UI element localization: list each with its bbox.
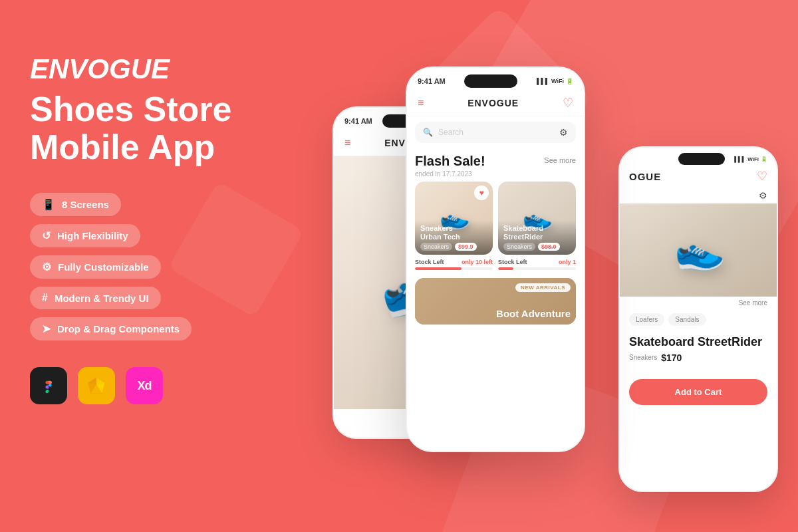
feature-modern: # Modern & Trendy UI — [30, 287, 161, 309]
front-price: $170 — [661, 352, 682, 363]
phone-front: ▌▌▌ WiFi 🔋 OGUE ♡ ⚙ 👟 See more Loafers S… — [618, 146, 778, 492]
stock-1-label: Stock Left — [415, 259, 444, 265]
flash-sale-see-more[interactable]: See more — [544, 156, 576, 164]
headline: Shoes Store Mobile App — [30, 90, 283, 166]
stock-2-row: Stock Left only 1 — [498, 259, 576, 265]
stock-bar-fill-2 — [498, 267, 513, 270]
modern-icon: # — [42, 292, 48, 304]
drag-icon: ➤ — [42, 323, 51, 335]
front-product-meta: Sneakers $170 — [629, 352, 767, 363]
flash-sale-title-block: Flash Sale! — [415, 154, 485, 169]
front-category-label: Sneakers — [629, 354, 657, 361]
feature-customizable: ⚙ Fully Customizable — [30, 255, 161, 279]
front-status-bar: ▌▌▌ WiFi 🔋 — [620, 148, 777, 165]
front-battery-icon: 🔋 — [761, 156, 767, 162]
mid-battery-icon: 🔋 — [566, 78, 573, 84]
figma-icon — [30, 367, 67, 404]
feature-drag-label: Drop & Drag Components — [57, 323, 180, 334]
customizable-icon: ⚙ — [42, 261, 51, 273]
xd-icon: Xd — [126, 367, 163, 404]
filter-icon[interactable]: ⚙ — [559, 127, 568, 138]
stock-bar-fill-1 — [415, 267, 462, 270]
search-placeholder-text: Search — [438, 128, 464, 137]
front-see-more[interactable]: See more — [739, 299, 767, 307]
flash-sale-title: Flash Sale! — [415, 154, 485, 169]
headline-line2: Mobile App — [30, 128, 215, 166]
feature-screens: 📱 8 Screens — [30, 193, 121, 216]
left-panel: ENVOGUE Shoes Store Mobile App 📱 8 Scree… — [30, 53, 283, 404]
feature-flexibility: ↺ High Flexibility — [30, 224, 140, 247]
features-list: 📱 8 Screens ↺ High Flexibility ⚙ Fully C… — [30, 193, 283, 340]
mid-phone-logo: ENVOGUE — [467, 98, 519, 108]
feature-drag: ➤ Drop & Drag Components — [30, 317, 192, 340]
add-to-cart-button[interactable]: Add to Cart — [629, 379, 767, 405]
product-1-heart[interactable]: ♥ — [474, 186, 489, 200]
product-2-meta: Sneakers $98.0 — [503, 243, 571, 251]
stock-bar-2 — [498, 267, 576, 270]
cat-loafers[interactable]: Loafers — [629, 313, 664, 326]
stock-1-row: Stock Left only 10 left — [415, 259, 493, 265]
stock-section: Stock Left only 10 left Stock Left only … — [407, 255, 584, 274]
front-filter-row: ⚙ — [620, 188, 777, 203]
stock-2-amount: only 1 — [559, 259, 576, 265]
front-shoe-icon: 👟 — [670, 223, 727, 278]
product-1-overlay: SneakersUrban Tech Sneakers $99.9 — [415, 220, 493, 255]
feature-screens-label: 8 Screens — [62, 199, 109, 210]
back-status-time: 9:41 AM — [344, 117, 372, 125]
front-phone-header: OGUE ♡ — [620, 165, 777, 188]
mid-heart-icon: ♡ — [563, 96, 573, 110]
back-menu-icon: ≡ — [344, 137, 350, 149]
screens-icon: 📱 — [42, 198, 55, 211]
mid-status-bar: 9:41 AM ▌▌▌ WiFi 🔋 — [407, 68, 584, 90]
front-status-icons: ▌▌▌ WiFi 🔋 — [734, 156, 767, 162]
product-1-name: SneakersUrban Tech — [420, 224, 487, 241]
product-card-2[interactable]: 👟 SkateboardStreetRider Sneakers $98.0 — [498, 182, 576, 255]
stock-bar-container: Stock Left only 10 left Stock Left only … — [415, 259, 576, 270]
front-signal-icon: ▌▌▌ — [734, 156, 745, 162]
front-product-info: Skateboard StreetRider Sneakers $170 — [620, 330, 777, 375]
product-2-category: Sneakers — [503, 243, 535, 251]
new-arrivals-bg: NEW ARRIVALS Boot Adventure — [415, 278, 576, 325]
headline-line1: Shoes Store — [30, 90, 231, 128]
stock-bar-1 — [415, 267, 493, 270]
product-2-overlay: SkateboardStreetRider Sneakers $98.0 — [498, 220, 576, 255]
product-card-1[interactable]: 👟 ♥ SneakersUrban Tech Sneakers $99.9 — [415, 182, 493, 255]
phones-area: 9:41 AM ▌▌▌ 🔊 🔋 ≡ ENVOGUE ♡ 👟 9:41 AM ▌▌… — [299, 0, 798, 532]
product-1-category: Sneakers — [420, 243, 452, 251]
mid-signal-icon: ▌▌▌ — [537, 78, 549, 84]
stock-1: Stock Left only 10 left — [415, 259, 493, 270]
mid-status-time: 9:41 AM — [418, 77, 446, 85]
front-wifi-icon: WiFi — [747, 156, 759, 162]
search-icon: 🔍 — [423, 128, 433, 137]
products-row: 👟 ♥ SneakersUrban Tech Sneakers $99.9 👟 — [407, 182, 584, 255]
sketch-icon — [78, 367, 115, 404]
mid-search-bar[interactable]: 🔍 Search ⚙ — [415, 122, 576, 143]
mid-notch — [464, 74, 517, 88]
mid-status-icons: ▌▌▌ WiFi 🔋 — [537, 78, 573, 84]
flash-sale-subtitle: ended in 17.7.2023 — [407, 170, 584, 182]
cat-sandals[interactable]: Sandals — [668, 313, 706, 326]
categories-row: Loafers Sandals — [620, 309, 777, 330]
front-product-name: Skateboard StreetRider — [629, 335, 767, 350]
stock-2-label: Stock Left — [498, 259, 527, 265]
product-2-price: $98.0 — [538, 243, 560, 251]
front-logo: OGUE — [629, 171, 661, 182]
product-1-meta: Sneakers $99.9 — [420, 243, 487, 251]
front-see-more-row: See more — [620, 297, 777, 309]
flexibility-icon: ↺ — [42, 229, 51, 242]
brand-name: ENVOGUE — [30, 53, 283, 85]
new-arrivals-badge: NEW ARRIVALS — [515, 283, 571, 292]
new-arrivals-banner[interactable]: NEW ARRIVALS Boot Adventure — [415, 278, 576, 325]
front-heart-icon[interactable]: ♡ — [757, 169, 767, 184]
flash-sale-header: Flash Sale! See more — [407, 148, 584, 170]
mid-phone-header: ≡ ENVOGUE ♡ — [407, 90, 584, 116]
stock-2: Stock Left only 1 — [498, 259, 576, 270]
mid-wifi-icon: WiFi — [551, 78, 564, 84]
product-2-name: SkateboardStreetRider — [503, 224, 571, 241]
front-product-image: 👟 — [620, 203, 777, 297]
phone-mid: 9:41 AM ▌▌▌ WiFi 🔋 ≡ ENVOGUE ♡ 🔍 Search … — [406, 66, 585, 452]
feature-customizable-label: Fully Customizable — [58, 261, 149, 273]
front-filter-icon[interactable]: ⚙ — [759, 190, 767, 201]
stock-1-amount: only 10 left — [462, 259, 493, 265]
new-arrivals-title: Boot Adventure — [496, 308, 571, 319]
